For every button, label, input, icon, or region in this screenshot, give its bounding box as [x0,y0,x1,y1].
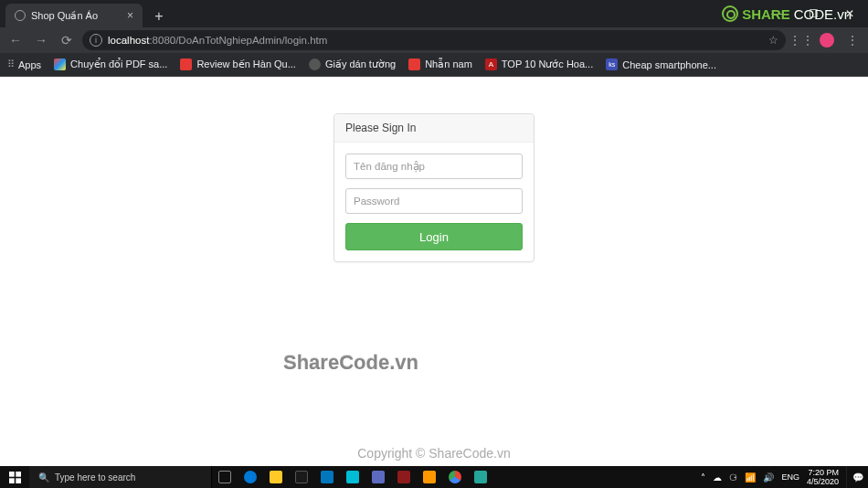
sharecode-logo-watermark: SHARECODE.vn [722,5,852,22]
bookmark-item[interactable]: ks Cheap smartphone... [606,58,716,70]
logo-ring-icon [722,5,738,22]
bookmark-item[interactable]: Giấy dán tường [309,58,396,70]
task-view-button[interactable] [212,466,238,488]
search-icon: 🔍 [38,472,49,483]
taskbar-app-generic2[interactable] [417,466,442,488]
svg-rect-2 [9,478,15,483]
bookmark-label: Cheap smartphone... [622,59,716,70]
system-tray: ˄ ☁ ⚆ 📶 🔊 ENG 7:20 PM 4/5/2020 [693,466,846,488]
bookmark-label: Nhẫn nam [425,58,472,70]
bookmark-favicon-icon [180,58,192,70]
profile-avatar-icon[interactable] [817,30,837,50]
bookmarks-bar: ⠿ Apps Chuyển đổi PDF sa... Review bến H… [0,53,868,77]
taskbar-app-store[interactable] [289,466,314,488]
taskbar-app-phone[interactable] [365,466,391,488]
svg-rect-1 [16,472,21,477]
taskbar-app-chrome[interactable] [442,466,468,488]
bookmark-label: Chuyển đổi PDF sa... [70,58,167,70]
tab-title: Shop Quần Áo [31,10,98,22]
bookmark-favicon-icon [54,58,66,70]
tray-network-icon[interactable]: ⚆ [729,472,737,483]
site-info-icon[interactable]: i [90,34,102,47]
bookmark-favicon-icon [309,58,321,70]
bookmark-item[interactable]: Nhẫn nam [408,58,472,70]
start-button[interactable] [0,466,29,488]
tray-onedrive-icon[interactable]: ☁ [713,472,722,483]
new-tab-button[interactable]: + [148,5,170,27]
bookmark-label: Giấy dán tường [325,58,396,70]
address-bar[interactable]: i localhost:8080/DoAnTotNghiepAdmin/logi… [82,30,786,50]
taskbar-search[interactable]: 🔍 Type here to search [29,466,212,488]
bookmark-item[interactable]: Review bến Hàn Qu... [180,58,296,70]
taskbar-app-generic3[interactable] [468,466,493,488]
taskbar-pinned-apps [212,466,493,488]
tray-wifi-icon[interactable]: 📶 [745,472,756,483]
taskbar-app-mail[interactable] [314,466,340,488]
tray-language[interactable]: ENG [781,472,799,482]
address-row: ← → ⟳ i localhost:8080/DoAnTotNghiepAdmi… [0,27,868,53]
tab-favicon-icon [15,10,26,21]
page-content: Please Sign In Login ShareCode.vn Copyri… [0,77,868,466]
bookmark-item[interactable]: A TOP 10 Nước Hoa... [485,58,593,70]
apps-label: Apps [18,59,41,70]
taskbar-app-explorer[interactable] [263,466,289,488]
login-panel: Please Sign In Login [333,113,535,262]
nav-reload-button[interactable]: ⟳ [57,30,77,50]
url-port: :8080 [149,35,175,46]
url-text: localhost:8080/DoAnTotNghiepAdmin/login.… [108,35,327,46]
windows-logo-icon [9,472,21,483]
password-input[interactable] [345,188,523,214]
bookmark-star-icon[interactable]: ☆ [768,34,778,47]
apps-shortcut[interactable]: ⠿ Apps [7,58,41,70]
nav-forward-button[interactable]: → [31,30,51,50]
bookmark-label: TOP 10 Nước Hoa... [502,58,593,70]
taskbar-search-placeholder: Type here to search [55,472,135,483]
bookmark-label: Review bến Hàn Qu... [196,58,296,70]
bookmark-favicon-icon [408,58,420,70]
taskbar-app-photos[interactable] [340,466,365,488]
logo-text-green: SHARE [742,6,790,22]
watermark-center-text: ShareCode.vn [283,351,418,375]
bookmark-favicon-icon: A [485,58,497,70]
taskbar-app-edge[interactable] [238,466,263,488]
svg-rect-0 [9,472,15,477]
action-center-button[interactable]: 💬 [846,466,868,488]
browser-tab-active[interactable]: Shop Quần Áo × [5,4,143,27]
bookmark-item[interactable]: Chuyển đổi PDF sa... [54,58,167,70]
tray-overflow-icon[interactable]: ˄ [701,472,705,483]
svg-rect-3 [16,478,21,483]
notification-icon: 💬 [852,472,863,483]
tray-clock[interactable]: 7:20 PM 4/5/2020 [807,468,839,486]
watermark-bottom-text: Copyright © ShareCode.vn [357,446,511,461]
tray-time: 7:20 PM [807,468,839,477]
tray-volume-icon[interactable]: 🔊 [763,472,774,483]
extensions-icon[interactable]: ⋮⋮ [791,30,811,50]
username-input[interactable] [345,154,523,179]
login-button[interactable]: Login [345,223,523,250]
apps-grid-icon: ⠿ [7,58,14,70]
tray-date: 4/5/2020 [807,477,839,486]
nav-back-button[interactable]: ← [5,30,26,50]
login-panel-header: Please Sign In [334,114,534,143]
windows-taskbar: 🔍 Type here to search ˄ ☁ ⚆ 📶 🔊 ENG 7:20… [0,466,868,488]
url-path: /DoAnTotNghiepAdmin/login.htm [175,35,327,46]
taskbar-app-generic1[interactable] [391,466,417,488]
address-bar-right: ☆ [768,34,778,47]
login-panel-body: Login [334,143,534,261]
chrome-menu-button[interactable]: ⋮ [842,30,863,50]
bookmark-favicon-icon: ks [606,58,618,70]
url-host: localhost [108,35,149,46]
tab-close-icon[interactable]: × [127,9,133,22]
logo-text-white: CODE.vn [794,6,852,22]
